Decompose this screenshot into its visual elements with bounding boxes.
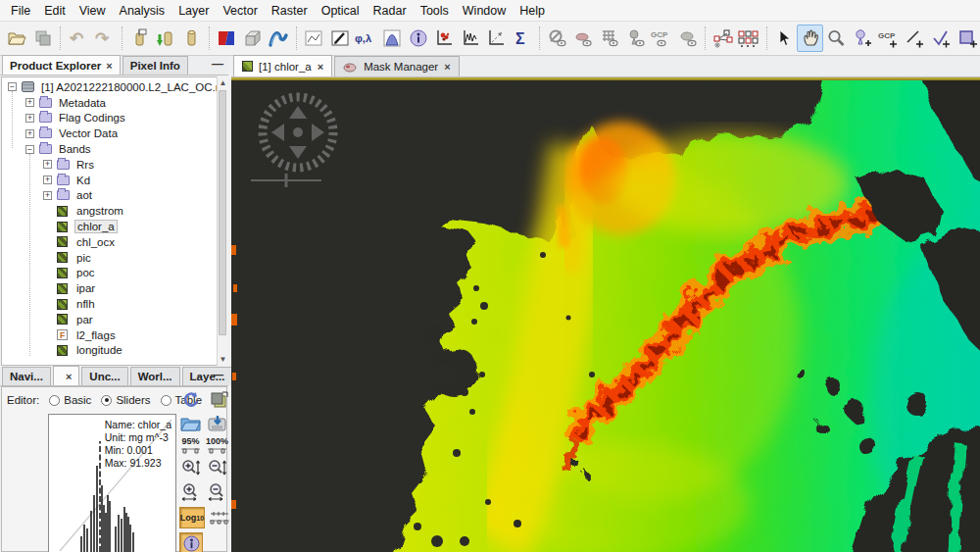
- product-copy-button[interactable]: [30, 25, 57, 52]
- menu-radar[interactable]: Radar: [367, 1, 414, 21]
- expand-icon[interactable]: +: [25, 98, 34, 107]
- menu-tools[interactable]: Tools: [414, 1, 456, 21]
- geo-coding-button[interactable]: φ,λ: [353, 25, 379, 52]
- expand-icon[interactable]: +: [43, 160, 52, 169]
- pan-tool-button[interactable]: [797, 25, 823, 52]
- scrollbar-thumb[interactable]: [219, 90, 226, 335]
- menu-window[interactable]: Window: [456, 1, 513, 21]
- tab-chlor-a-view[interactable]: [1] chlor_a ×: [233, 55, 332, 76]
- tab-product-explorer[interactable]: Product Explorer ×: [2, 55, 121, 75]
- tree-item-ipar[interactable]: ipar: [2, 280, 215, 296]
- tree-item-bands[interactable]: −Bands: [2, 141, 215, 157]
- tree-item-aot[interactable]: +aot: [2, 188, 215, 204]
- spectrum-button[interactable]: [458, 25, 484, 52]
- pin-overlay-button[interactable]: [622, 25, 649, 52]
- stretch-95-button[interactable]: 95%: [179, 436, 202, 446]
- chlorophyll-map-canvas[interactable]: [231, 80, 980, 552]
- palette-info-button[interactable]: [179, 532, 203, 552]
- export-palette-button[interactable]: [206, 413, 228, 433]
- menu-file[interactable]: File: [4, 1, 37, 21]
- scroll-up-icon[interactable]: ▲: [218, 78, 228, 87]
- band-maths-button[interactable]: [126, 25, 153, 52]
- import-palette-button[interactable]: [179, 413, 202, 433]
- pin-add-button[interactable]: [850, 25, 876, 52]
- tree-item-vector-data[interactable]: +Vector Data: [2, 125, 215, 141]
- tree-item-nflh[interactable]: nflh: [2, 296, 215, 312]
- draw-edit-button[interactable]: [326, 25, 353, 52]
- tree-item-kd[interactable]: +Kd: [2, 173, 215, 188]
- tree-item-par[interactable]: par: [2, 312, 215, 327]
- tree-item-metadata[interactable]: +Metadata: [2, 95, 215, 111]
- tab-colour-manipulation[interactable]: ×: [53, 366, 79, 385]
- line-draw-button[interactable]: [902, 25, 928, 52]
- multi-apply-button[interactable]: [207, 389, 229, 410]
- tree-item-poc[interactable]: poc: [2, 266, 215, 281]
- tab-layer-manager[interactable]: Laye...: [182, 367, 233, 385]
- pan-arrows[interactable]: [271, 106, 324, 159]
- mask-overlay-button[interactable]: [570, 25, 597, 52]
- statistics-button[interactable]: Σ: [510, 25, 536, 52]
- zoom-out-vertical-button[interactable]: [206, 457, 228, 477]
- tree-item--1-a2021222180000-l2-lac-oc-nc[interactable]: −[1] A2021222180000.L2_LAC_OC.nc: [2, 79, 215, 95]
- tree-item-chl-ocx[interactable]: chl_ocx: [2, 234, 215, 250]
- zoom-out-horizontal-button[interactable]: [206, 481, 228, 502]
- tab-uncertainty[interactable]: Unc...: [81, 367, 127, 385]
- tree-item-rrs[interactable]: +Rrs: [2, 157, 215, 173]
- tree-item-chlor-a[interactable]: chlor_a: [2, 219, 215, 234]
- expand-icon[interactable]: +: [43, 191, 52, 200]
- menu-help[interactable]: Help: [513, 1, 552, 21]
- menu-optical[interactable]: Optical: [315, 1, 367, 21]
- zoom-in-horizontal-button[interactable]: [179, 481, 202, 502]
- gcp-overlay-button[interactable]: GCP: [649, 25, 675, 52]
- line-plot-button[interactable]: [301, 25, 327, 52]
- select-tool-button[interactable]: [771, 25, 798, 52]
- geometry-overlay-button[interactable]: [675, 25, 702, 52]
- tab-world-view[interactable]: Worl...: [130, 367, 180, 385]
- open-product-button[interactable]: [4, 25, 30, 52]
- tab-pixel-info[interactable]: Pixel Info: [122, 56, 188, 75]
- reset-palette-button[interactable]: [179, 389, 202, 410]
- zoom-in-vertical-button[interactable]: [179, 457, 202, 477]
- distribute-sliders-button[interactable]: [209, 508, 230, 528]
- profile-plot-button[interactable]: [483, 25, 510, 52]
- menu-raster[interactable]: Raster: [265, 1, 315, 21]
- snap-wave-button[interactable]: [266, 25, 292, 52]
- minimize-icon[interactable]: —: [212, 370, 223, 379]
- tree-item-longitude[interactable]: longitude: [2, 343, 215, 359]
- tab-navigation[interactable]: Navi...: [2, 367, 51, 385]
- radio-basic[interactable]: [49, 395, 60, 406]
- expand-icon[interactable]: +: [25, 114, 34, 123]
- redo-button[interactable]: ↷: [91, 25, 118, 52]
- pan-zoom-widget[interactable]: [239, 86, 341, 192]
- tree-item-pic[interactable]: pic: [2, 250, 215, 266]
- menu-view[interactable]: View: [73, 1, 113, 21]
- graph-builder-button[interactable]: [710, 25, 736, 52]
- graticule-overlay-button[interactable]: [597, 25, 623, 52]
- expand-icon[interactable]: +: [25, 129, 34, 138]
- menu-analysis[interactable]: Analysis: [113, 1, 172, 21]
- close-icon[interactable]: ×: [444, 61, 450, 73]
- band-subset-button[interactable]: [178, 25, 205, 52]
- tree-item-flag-codings[interactable]: +Flag Codings: [2, 111, 215, 126]
- polyline-draw-button[interactable]: [928, 25, 955, 52]
- close-icon[interactable]: ×: [66, 371, 72, 382]
- rgb-image-button[interactable]: [214, 25, 240, 52]
- minimize-icon[interactable]: —: [212, 59, 223, 69]
- band-import-button[interactable]: [152, 25, 178, 52]
- tab-mask-manager[interactable]: Mask Manager ×: [334, 56, 460, 76]
- close-icon[interactable]: ×: [106, 60, 112, 72]
- batch-processing-button[interactable]: [736, 25, 762, 52]
- histogram-button[interactable]: [379, 25, 406, 52]
- scroll-down-icon[interactable]: ▼: [218, 355, 228, 364]
- zoom-tool-button[interactable]: [823, 25, 850, 52]
- tree-item-angstrom[interactable]: angstrom: [2, 203, 215, 219]
- rectangle-draw-button[interactable]: [954, 25, 980, 52]
- expand-icon[interactable]: +: [43, 176, 52, 184]
- log10-toggle-button[interactable]: Log10: [179, 507, 205, 528]
- tree-item-l2-flags[interactable]: Fl2_flags: [2, 327, 215, 343]
- radio-sliders[interactable]: [101, 395, 112, 406]
- reopen-product-button[interactable]: [239, 25, 266, 52]
- radio-table[interactable]: [161, 395, 172, 406]
- stretch-100-button[interactable]: 100%: [206, 436, 228, 446]
- menu-layer[interactable]: Layer: [172, 1, 216, 21]
